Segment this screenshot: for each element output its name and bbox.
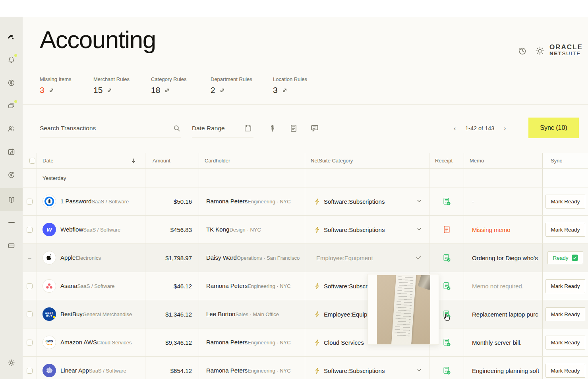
date-range-picker[interactable]: Date Range [192, 119, 253, 137]
receipt-preview-popup[interactable] [368, 274, 439, 345]
chevron-down-icon[interactable] [416, 226, 422, 232]
expand-icon[interactable] [106, 87, 112, 93]
autocoded-bolt-icon [314, 283, 320, 290]
stat-label: Missing Items [40, 76, 71, 82]
memo-cell[interactable]: Replacement laptop purc [464, 300, 542, 328]
cardholder-dept-location: Engineering · NYC [248, 199, 290, 205]
sidebar-item-payments[interactable] [0, 73, 23, 92]
mark-ready-button[interactable]: Mark Ready [545, 307, 586, 321]
stat-label: Location Rules [273, 76, 307, 82]
merchant-name: Amazon AWS [60, 339, 97, 346]
receipt-verified-icon[interactable] [443, 282, 451, 290]
receipt-cell[interactable] [429, 244, 464, 272]
sidebar-item-cards[interactable] [0, 96, 23, 115]
history-icon[interactable] [518, 46, 528, 56]
cardholder-name: Ramona Peters [206, 198, 248, 205]
memo-filter-icon[interactable] [310, 124, 319, 133]
receipt-verified-icon[interactable] [443, 197, 451, 206]
ramp-logo[interactable] [0, 27, 23, 46]
netsuite-category-cell[interactable]: Software:Subscriptions [305, 357, 429, 379]
mark-ready-button[interactable]: Mark Ready [545, 279, 586, 293]
ready-button[interactable]: Ready [547, 251, 583, 264]
netsuite-category-value[interactable]: Software:Subscriptions [324, 367, 385, 374]
amount-cell: $456.83 [145, 216, 199, 243]
chevron-down-icon[interactable] [416, 198, 422, 204]
mark-ready-button[interactable]: Mark Ready [545, 223, 586, 237]
row-checkbox[interactable] [27, 199, 33, 205]
sidebar-item-accounting[interactable] [0, 188, 23, 211]
col-receipt[interactable]: Receipt [429, 153, 464, 168]
pagination-prev[interactable]: ‹ [454, 125, 456, 131]
sidebar-item-card[interactable] [0, 236, 23, 255]
amount-filter-icon[interactable] [268, 124, 277, 133]
row-checkbox[interactable] [27, 368, 33, 374]
col-category[interactable]: NetSuite Category [305, 153, 429, 168]
netsuite-category-cell[interactable]: Employee:Equipment [305, 244, 429, 272]
receipt-verified-icon[interactable] [443, 367, 451, 375]
memo-cell[interactable]: Memo not required. [464, 272, 542, 300]
receipt-cell[interactable] [429, 216, 464, 243]
pagination-next[interactable]: › [504, 125, 506, 131]
transactions-table: Date Amount Cardholder NetSuite Category… [23, 153, 588, 379]
col-memo[interactable]: Memo [464, 153, 542, 168]
sidebar-item-notifications[interactable] [0, 50, 23, 69]
merchant-category: SaaS / Software [77, 283, 115, 289]
cardholder-cell: Lee BurtonSales · Main Office [199, 300, 305, 328]
row-checkbox[interactable] [27, 311, 33, 317]
netsuite-category-value[interactable]: Software:Subscriptions [324, 226, 385, 233]
receipt-verified-icon[interactable] [443, 254, 451, 262]
document-filter-icon[interactable] [289, 124, 298, 133]
memo-cell[interactable]: Missing memo [464, 216, 542, 243]
memo-cell[interactable]: Ordering for Diego who’s [464, 244, 542, 272]
receipt-cell[interactable] [429, 357, 464, 379]
col-amount[interactable]: Amount [145, 153, 199, 168]
netsuite-category-value[interactable]: Cloud Services [324, 339, 364, 346]
netsuite-category-value[interactable]: Software:Subscriptions [324, 198, 385, 205]
expand-icon[interactable] [48, 87, 54, 93]
memo-cell[interactable]: - [464, 187, 542, 215]
sidebar-item-schedule[interactable] [0, 142, 23, 161]
expand-icon[interactable] [282, 87, 288, 93]
netsuite-category-cell[interactable]: Software:Subscriptions [305, 187, 429, 215]
header-settings-icon[interactable] [535, 46, 545, 56]
mark-ready-button[interactable]: Mark Ready [545, 364, 586, 378]
sidebar-item-collapse[interactable] [0, 213, 23, 232]
netsuite-category-value[interactable]: Employee:Equipment [316, 255, 373, 261]
memo-cell[interactable]: Engineering planning soft [464, 357, 542, 379]
sidebar-item-reimbursements[interactable] [0, 165, 23, 184]
memo-cell[interactable]: Monthly server bill. [464, 328, 542, 356]
chevron-down-icon[interactable] [416, 367, 422, 373]
expand-icon[interactable] [219, 87, 225, 93]
cards-badge [14, 99, 18, 104]
receipt-verified-icon[interactable] [443, 338, 451, 347]
mark-ready-button[interactable]: Mark Ready [545, 336, 586, 350]
transaction-row: – AppleElectronics $1,798.97 Daisy WardO… [23, 244, 588, 272]
row-checkbox[interactable] [27, 340, 33, 346]
top-strip [0, 0, 588, 17]
merchant-category: Cloud Services [97, 340, 132, 346]
cardholder-name: Lee Burton [206, 311, 235, 317]
row-checkbox-indeterminate[interactable]: – [28, 255, 31, 261]
select-all-checkbox[interactable] [29, 158, 35, 164]
stat-value: 18 [151, 85, 187, 95]
mark-ready-button[interactable]: Mark Ready [545, 195, 586, 209]
transaction-row: 1 PasswordSaaS / Software $50.16 Ramona … [23, 187, 588, 216]
sync-button[interactable]: Sync (10) [528, 118, 579, 138]
transaction-row: w WebflowSaaS / Software $456.83 TK Kong… [23, 216, 588, 244]
sidebar-item-settings[interactable] [0, 353, 23, 372]
sidebar-item-people[interactable] [0, 119, 23, 138]
row-checkbox[interactable] [27, 283, 33, 289]
search-input[interactable] [40, 125, 173, 132]
receipt-missing-icon[interactable] [443, 226, 450, 234]
sort-desc-icon[interactable] [131, 158, 136, 164]
row-checkbox[interactable] [27, 227, 33, 233]
expand-icon[interactable] [164, 87, 170, 93]
stat-value: 3 [273, 85, 307, 95]
cardholder-cell: Ramona PetersEngineering · NYC [199, 328, 305, 356]
col-date[interactable]: Date [37, 153, 145, 168]
col-cardholder[interactable]: Cardholder [199, 153, 305, 168]
netsuite-category-cell[interactable]: Software:Subscriptions [305, 216, 429, 243]
merchant-cell: 1 PasswordSaaS / Software [37, 187, 145, 215]
receipt-cell[interactable] [429, 187, 464, 215]
search-transactions-field[interactable] [40, 119, 181, 137]
